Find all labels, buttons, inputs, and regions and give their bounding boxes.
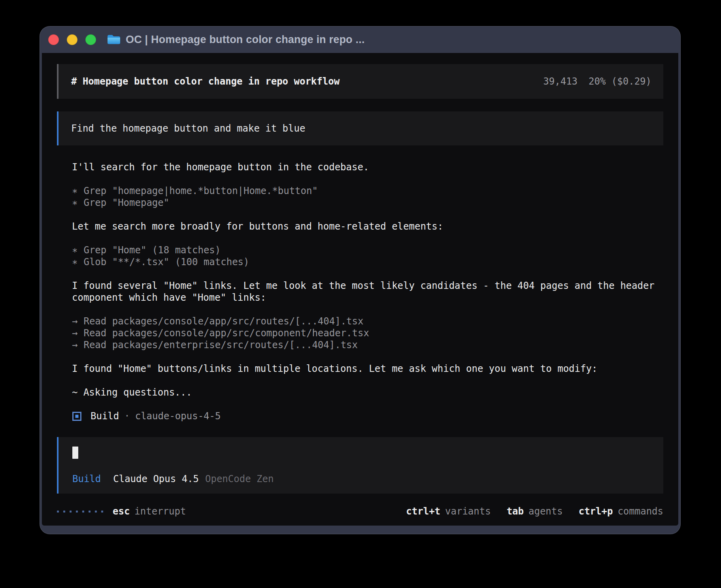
status-bar: esc interrupt ctrl+t variants tab agents…	[57, 505, 663, 517]
assistant-response: I'll search for the homepage button in t…	[57, 161, 663, 422]
traffic-lights	[40, 34, 96, 45]
input-footer: Build Claude Opus 4.5 OpenCode Zen	[72, 473, 663, 485]
shortcut-label: agents	[528, 505, 563, 517]
tool-call-group: → Read packages/console/app/src/routes/[…	[72, 315, 659, 351]
tool-call-grep: ∗ Grep "homepage|home.*button|Home.*butt…	[72, 185, 659, 197]
assistant-paragraph: I found several "Home" links. Let me loo…	[72, 280, 659, 303]
assistant-paragraph: I'll search for the homepage button in t…	[72, 161, 659, 173]
input-provider-label: OpenCode Zen	[205, 473, 274, 485]
shortcut-key: ctrl+p	[579, 505, 613, 517]
token-count: 39,413	[543, 75, 578, 87]
tool-glyph-icon: ∗	[72, 256, 77, 268]
tool-call-glob: ∗ Glob "**/*.tsx" (100 matches)	[72, 256, 659, 268]
prompt-input[interactable]: Build Claude Opus 4.5 OpenCode Zen	[57, 437, 663, 494]
text-cursor	[72, 447, 78, 459]
window-title: OC | Homepage button color change in rep…	[126, 34, 365, 46]
tool-call-group: ∗ Grep "Home" (18 matches) ∗ Glob "**/*.…	[72, 244, 659, 268]
session-title: # Homepage button color change in repo w…	[71, 75, 340, 87]
input-agent-label[interactable]: Build	[72, 473, 101, 485]
status-shortcuts: ctrl+t variants tab agents ctrl+p comman…	[406, 505, 663, 517]
title-group: OC | Homepage button color change in rep…	[107, 34, 365, 46]
user-message: Find the homepage button and make it blu…	[57, 111, 663, 145]
agent-model: claude-opus-4-5	[135, 410, 221, 422]
interrupt-label: interrupt	[134, 505, 186, 517]
shortcut-label: variants	[445, 505, 491, 517]
tool-call-text: Grep "Homepage"	[83, 197, 169, 209]
tool-call-text: Grep "Home" (18 matches)	[83, 244, 221, 256]
agent-name: Build	[91, 410, 119, 422]
shortcut-key: ctrl+t	[406, 505, 440, 517]
terminal-content: # Homepage button color change in repo w…	[42, 53, 678, 526]
terminal-window: OC | Homepage button color change in rep…	[40, 26, 681, 534]
tool-call-read: → Read packages/console/app/src/componen…	[72, 327, 659, 339]
tool-call-read: → Read packages/console/app/src/routes/[…	[72, 315, 659, 327]
tool-call-read: → Read packages/enterprise/src/routes/[.…	[72, 339, 659, 351]
shortcut-variants: ctrl+t variants	[406, 505, 491, 517]
tool-glyph-icon: ∗	[72, 244, 77, 256]
tool-call-text: Read packages/enterprise/src/routes/[...…	[83, 339, 358, 351]
tool-call-text: Grep "homepage|home.*button|Home.*button…	[83, 185, 317, 197]
session-header: # Homepage button color change in repo w…	[57, 64, 663, 99]
zoom-button[interactable]	[85, 34, 96, 45]
window-titlebar[interactable]: OC | Homepage button color change in rep…	[40, 26, 681, 53]
assistant-paragraph: I found "Home" buttons/links in multiple…	[72, 363, 659, 375]
agent-line: Build · claude-opus-4-5	[72, 410, 659, 422]
arrow-icon: →	[72, 339, 77, 351]
tool-call-text: Read packages/console/app/src/component/…	[83, 327, 369, 339]
close-button[interactable]	[48, 34, 59, 45]
shortcut-label: commands	[617, 505, 663, 517]
user-message-text: Find the homepage button and make it blu…	[71, 122, 305, 134]
tool-call-grep: ∗ Grep "Home" (18 matches)	[72, 244, 659, 256]
build-agent-icon	[72, 411, 82, 421]
tool-call-text: Read packages/console/app/src/routes/[..…	[83, 315, 363, 327]
session-stats: 39,413 20% ($0.29)	[543, 75, 651, 87]
tool-glyph-icon: ∗	[72, 197, 77, 209]
folder-icon	[107, 34, 120, 45]
tool-glyph-icon: ∗	[72, 185, 77, 197]
tool-call-group: ∗ Grep "homepage|home.*button|Home.*butt…	[72, 185, 659, 209]
context-cost: 20% ($0.29)	[589, 75, 651, 87]
minimize-button[interactable]	[67, 34, 77, 45]
tool-call-grep: ∗ Grep "Homepage"	[72, 197, 659, 209]
shortcut-commands: ctrl+p commands	[579, 505, 663, 517]
tool-call-text: Glob "**/*.tsx" (100 matches)	[83, 256, 249, 268]
input-model-label[interactable]: Claude Opus 4.5	[113, 473, 199, 485]
working-status: ~ Asking questions...	[72, 386, 659, 398]
shortcut-key: tab	[507, 505, 524, 517]
separator-dot: ·	[124, 410, 130, 422]
status-left: esc interrupt	[57, 505, 186, 517]
interrupt-hint: esc interrupt	[113, 505, 186, 517]
interrupt-key: esc	[113, 505, 130, 517]
assistant-paragraph: Let me search more broadly for buttons a…	[72, 220, 659, 232]
arrow-icon: →	[72, 315, 77, 327]
arrow-icon: →	[72, 327, 77, 339]
spinner-dots	[57, 511, 103, 513]
shortcut-agents: tab agents	[507, 505, 563, 517]
